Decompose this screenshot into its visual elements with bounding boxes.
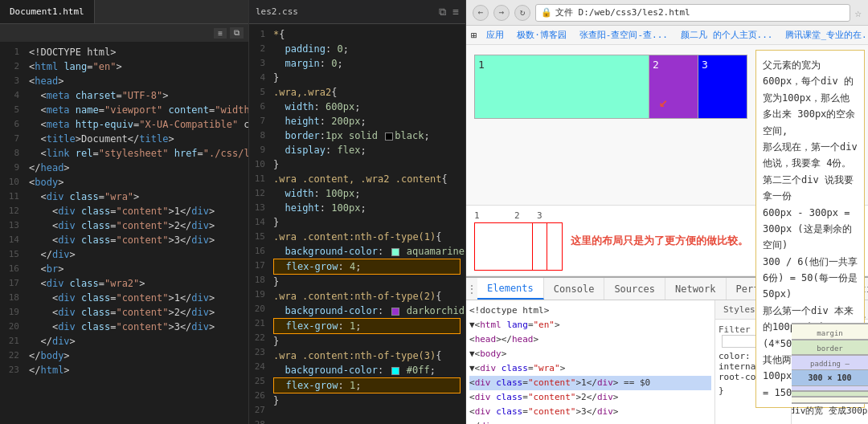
box-model-margin: margin border padding – 300 × 100: [792, 323, 868, 404]
annotation-line3: 600px - 300px = 300px (这是剩余的空间): [763, 205, 858, 254]
browser-panel: ← → ↻ 🔒 文件 D:/web/css3/les2.html ☆ ⊞ 应用 …: [466, 0, 868, 424]
editor-split-btn[interactable]: ⧉: [230, 27, 244, 39]
bookmark-icon[interactable]: ☆: [855, 6, 862, 19]
box-model-border: border padding – 300 × 100: [792, 339, 868, 398]
css-tab-label: les2.css: [256, 6, 298, 17]
flex-box-3: 3: [698, 55, 747, 118]
label-3: 3: [537, 210, 559, 221]
css-icon-2: ≡: [452, 6, 459, 18]
computed-pane: margin border padding – 300 × 100: [792, 320, 868, 424]
apps-icon: ⊞: [471, 30, 477, 41]
url-bar[interactable]: 🔒 文件 D:/web/css3/les2.html: [535, 4, 850, 22]
flex-demo-top: 1 2 3: [474, 55, 747, 119]
devtools-tab-elements[interactable]: Elements: [477, 278, 544, 300]
box1-number: 1: [478, 59, 485, 71]
tab-label: Document1.html: [10, 6, 84, 17]
second-label-row: 1 2 3: [474, 210, 563, 221]
label-2: 2: [514, 210, 537, 221]
box3-number: 3: [702, 59, 708, 71]
devtools-styles-body: Filter color: -internal-root-colo }: [715, 320, 868, 424]
devtools-tab-console[interactable]: Console: [544, 278, 605, 300]
lock-icon: 🔒: [541, 7, 552, 18]
devtools-tab-network[interactable]: Network: [665, 278, 727, 300]
bookmark-tencent[interactable]: 腾讯课堂_专业的在...: [782, 29, 868, 41]
url-text: 文件 D:/web/css3/les2.html: [555, 6, 690, 18]
annotation-line4: 300 / 6(他们一共享6份) = 50(每一份是 50px): [763, 254, 858, 303]
flex-box-2: 2: [649, 55, 698, 118]
box2-number: 2: [653, 59, 659, 71]
bookmark-zhangcha[interactable]: 张查阳-查空间-查...: [576, 29, 671, 41]
editor-toolbar: ≡ ⧉: [0, 24, 248, 42]
box-model-display: margin border padding – 300 × 100: [795, 323, 865, 404]
browser-content: 1 2 3 ↙ 父元素的宽为 600px，每个div 的 宽为100px，那么他…: [466, 45, 868, 424]
editor-menu-btn[interactable]: ≡: [214, 28, 227, 39]
annotation-line1: 父元素的宽为 600px，每个div 的 宽为100px，那么他多出来 300p…: [763, 57, 858, 139]
label-1: 1: [474, 210, 514, 221]
css-icon-1: ⧉: [439, 6, 446, 18]
css-editor-panel: les2.css ⧉ ≡ 12345 678910 1112131415 161…: [249, 0, 466, 424]
bottom-note: 第一个div的宽 变成300px: [792, 406, 868, 416]
box-annotation: 第一个div的宽 变成300px: [792, 405, 868, 417]
browser-toolbar: ← → ↻ 🔒 文件 D:/web/css3/les2.html ☆: [466, 0, 868, 26]
flex2-box-1: [475, 223, 533, 270]
notice-text: 这里的布局只是为了更方便的做比较。: [571, 234, 748, 248]
css-code-area: 12345 678910 1112131415 1617181920 21222…: [249, 24, 465, 424]
html-editor-panel: Document1.html ≡ ⧉ 12345 678910 11121314…: [0, 0, 249, 424]
html-editor-tab[interactable]: Document1.html: [0, 0, 95, 23]
html-line-numbers: 12345 678910 1112131415 1617181920 21222…: [0, 42, 24, 424]
forward-button[interactable]: →: [493, 5, 510, 21]
second-demo-wrapper: 1 2 3: [474, 210, 563, 271]
flex2-box-2: [533, 223, 548, 270]
margin-label: margin: [792, 329, 868, 337]
border-label: border: [792, 344, 868, 353]
html-code-content[interactable]: <!DOCTYPE html><html lang="en"><head> <m…: [24, 42, 248, 424]
bookmark-apps[interactable]: 应用: [483, 29, 507, 41]
css-editor-header: les2.css ⧉ ≡: [249, 0, 465, 24]
html-code-area: 12345 678910 1112131415 1617181920 21222…: [0, 42, 248, 424]
bookmark-yan[interactable]: 颜二凡 的个人主页...: [678, 29, 776, 41]
content-size: 300 × 100: [808, 373, 851, 382]
flex-box-1: 1: [475, 55, 649, 118]
devtools-tab-sources[interactable]: Sources: [604, 278, 665, 300]
css-code-content[interactable]: *{ padding: 0; margin: 0;}.wra,.wra2{ wi…: [268, 24, 465, 424]
flex2-box-3: [547, 223, 562, 270]
box-model-content: 300 × 100: [792, 369, 868, 386]
devtools-elements-panel[interactable]: <!doctype html> ▼<html lang="en"> <head>…: [466, 300, 715, 424]
filter-label: Filter: [719, 324, 751, 335]
annotation-line2: 那么现在，第一个div 他说，我要拿 4份。第二三个div 说我要拿一份: [763, 139, 858, 205]
editor-tabs: Document1.html: [0, 0, 248, 24]
bookmarks-bar: ⊞ 应用 极数·博客园 张查阳-查空间-查... 颜二凡 的个人主页... 腾讯…: [466, 26, 868, 45]
refresh-button[interactable]: ↻: [514, 5, 530, 21]
back-button[interactable]: ←: [473, 5, 489, 21]
css-line-numbers: 12345 678910 1112131415 1617181920 21222…: [249, 24, 268, 424]
padding-label: padding –: [792, 360, 868, 368]
box-model-padding: padding – 300 × 100: [792, 354, 868, 392]
flex-demo-2: [474, 222, 563, 271]
devtools-icon[interactable]: ⋮: [466, 283, 477, 296]
arrow-indicator: ↙: [659, 93, 668, 110]
css-header-icons: ⧉ ≡: [439, 6, 459, 18]
preview-top: 1 2 3 ↙ 父元素的宽为 600px，每个div 的 宽为100px，那么他…: [466, 45, 868, 206]
bookmark-jishu[interactable]: 极数·博客园: [514, 29, 570, 41]
